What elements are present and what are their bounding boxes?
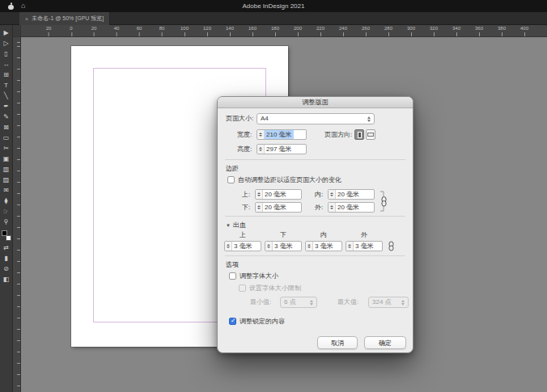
- ruler-tick-label: 360: [475, 26, 483, 31]
- landscape-orientation-button[interactable]: [366, 129, 375, 140]
- ruler-tick-label: 220: [316, 26, 324, 31]
- gradient-feather-tool-icon[interactable]: ▨: [1, 175, 12, 185]
- type-tool-icon[interactable]: T: [1, 80, 12, 91]
- rectangle-frame-tool-icon[interactable]: ⊠: [1, 122, 12, 133]
- min-size-dropdown: 6 点: [280, 297, 317, 308]
- dialog-title: 调整版面: [303, 99, 329, 106]
- content-collector-tool-icon[interactable]: ⊞: [1, 70, 12, 80]
- margin-top-field[interactable]: 20 毫米: [255, 189, 302, 200]
- apply-color-button[interactable]: ▮: [1, 253, 12, 263]
- bleed-field-3[interactable]: 3 毫米: [346, 241, 383, 251]
- line-tool-icon[interactable]: ╲: [1, 91, 12, 101]
- note-tool-icon[interactable]: ✉: [1, 185, 12, 196]
- cancel-button[interactable]: 取消: [317, 336, 358, 349]
- margin-inside-field[interactable]: 20 毫米: [328, 189, 375, 200]
- stepper-icon[interactable]: [306, 242, 313, 251]
- rectangle-tool-icon[interactable]: ▭: [1, 133, 12, 143]
- ruler-tick-label: 140: [226, 26, 234, 31]
- fill-stroke-swatches[interactable]: [2, 230, 11, 241]
- zoom-tool-icon[interactable]: ⚲: [1, 217, 12, 227]
- min-size-value: 6 点: [284, 297, 308, 307]
- tab-close-icon[interactable]: ×: [25, 16, 28, 22]
- width-stepper-icon[interactable]: [257, 130, 265, 139]
- horizontal-ruler[interactable]: 2002040608010012014016018020022024026028…: [13, 25, 547, 37]
- width-label: 宽度:: [237, 129, 252, 140]
- dialog-title-bar[interactable]: 调整版面: [218, 97, 413, 108]
- bleed-section-header[interactable]: ▼出血: [226, 221, 246, 230]
- bleed-link-icon[interactable]: [388, 241, 395, 251]
- swap-fill-stroke-icon[interactable]: ⇄: [1, 242, 12, 253]
- margins-link-icon[interactable]: [380, 189, 388, 213]
- adjust-font-size-checkbox[interactable]: 调整字体大小: [229, 272, 278, 280]
- ruler-tick-label: 200: [294, 26, 302, 31]
- margin-inside-label: 内:: [315, 189, 323, 200]
- page-tool-icon[interactable]: ▯: [1, 48, 12, 59]
- auto-adjust-margins-label: 自动调整边距以适应页面大小的变化: [238, 175, 341, 184]
- apple-menu-icon[interactable]: [8, 2, 14, 10]
- direct-selection-tool-icon[interactable]: ▷: [1, 38, 12, 48]
- pencil-tool-icon[interactable]: ✎: [1, 112, 12, 122]
- screen-mode-button[interactable]: ◧: [1, 274, 12, 285]
- ruler-tick-label: 320: [430, 26, 438, 31]
- margin-outside-value: 20 毫米: [336, 203, 361, 212]
- stepper-icon[interactable]: [256, 190, 263, 199]
- portrait-orientation-button[interactable]: [354, 129, 364, 140]
- portrait-icon: [358, 132, 362, 138]
- bleed-fields: 3 毫米3 毫米3 毫米3 毫米: [224, 241, 383, 251]
- ruler-tick-label: 40: [114, 26, 120, 31]
- margin-bottom-field[interactable]: 20 毫米: [255, 202, 302, 213]
- bleed-section-label: 出血: [233, 221, 246, 229]
- disclosure-triangle-icon[interactable]: ▼: [226, 223, 231, 228]
- ruler-tick-label: 20: [46, 26, 52, 31]
- fill-swatch[interactable]: [2, 230, 7, 236]
- checkbox-icon: [227, 176, 235, 183]
- ok-button[interactable]: 确定: [364, 336, 406, 349]
- ruler-corner[interactable]: [13, 25, 21, 37]
- ruler-tick-label: 60: [137, 26, 142, 31]
- scissors-tool-icon[interactable]: ✂: [1, 143, 12, 154]
- ruler-tick-label: 340: [452, 26, 460, 31]
- adjust-locked-content-checkbox[interactable]: 调整锁定的内容: [229, 317, 285, 326]
- auto-adjust-margins-checkbox[interactable]: 自动调整边距以适应页面大小的变化: [227, 175, 341, 184]
- stepper-icon[interactable]: [346, 242, 354, 251]
- bleed-value: 3 毫米: [354, 242, 375, 251]
- bleed-field-0[interactable]: 3 毫米: [224, 241, 261, 251]
- home-icon[interactable]: ⌂: [21, 0, 25, 12]
- eyedropper-tool-icon[interactable]: ⧫: [1, 196, 12, 206]
- stepper-icon[interactable]: [225, 242, 232, 251]
- tab-title: 未命名-1 @ 50% [GPU 预览]: [32, 15, 104, 23]
- bleed-value: 3 毫米: [273, 242, 295, 251]
- vertical-ruler[interactable]: [13, 37, 21, 392]
- bleed-column-header: 外: [346, 231, 383, 239]
- stepper-icon[interactable]: [329, 203, 336, 212]
- font-size-limit-checkbox: 设置字体大小限制: [239, 284, 301, 293]
- pen-tool-icon[interactable]: ✒: [1, 101, 12, 112]
- apply-none-button[interactable]: ⊘: [1, 263, 12, 274]
- gap-tool-icon[interactable]: ↔: [1, 59, 12, 70]
- height-field[interactable]: 297 毫米: [257, 144, 307, 154]
- bleed-field-2[interactable]: 3 毫米: [305, 241, 342, 251]
- ruler-tick-label: 180: [271, 26, 279, 31]
- ruler-tick-label: 300: [407, 26, 415, 31]
- stepper-icon[interactable]: [265, 242, 273, 251]
- margin-outside-field[interactable]: 20 毫米: [328, 202, 375, 213]
- checkbox-icon: [229, 272, 236, 280]
- bottom-tools-list: ⇄▮⊘◧: [1, 242, 12, 285]
- ruler-tick-label: 20: [91, 26, 97, 31]
- stroke-swatch[interactable]: [6, 235, 11, 241]
- stepper-icon[interactable]: [329, 190, 336, 199]
- bleed-field-1[interactable]: 3 毫米: [265, 241, 302, 251]
- width-field[interactable]: 210 毫米: [257, 129, 307, 140]
- height-stepper-icon[interactable]: [257, 145, 265, 154]
- bleed-column-header: 内: [305, 231, 342, 239]
- selection-tool-icon[interactable]: ▶: [1, 27, 12, 38]
- document-tab[interactable]: × 未命名-1 @ 50% [GPU 预览]: [19, 12, 110, 25]
- stepper-icon[interactable]: [256, 203, 263, 212]
- divider: [225, 216, 405, 217]
- gradient-swatch-tool-icon[interactable]: ▥: [1, 164, 12, 175]
- page-size-dropdown[interactable]: A4: [257, 113, 375, 124]
- free-transform-tool-icon[interactable]: ▣: [1, 154, 12, 164]
- adjust-font-size-label: 调整字体大小: [240, 272, 278, 280]
- hand-tool-icon[interactable]: ☞: [1, 206, 12, 217]
- dialog-body: 页面大小: A4 宽度: 210 毫米 页面方向: 高度: 297 毫米 边距 …: [218, 108, 413, 352]
